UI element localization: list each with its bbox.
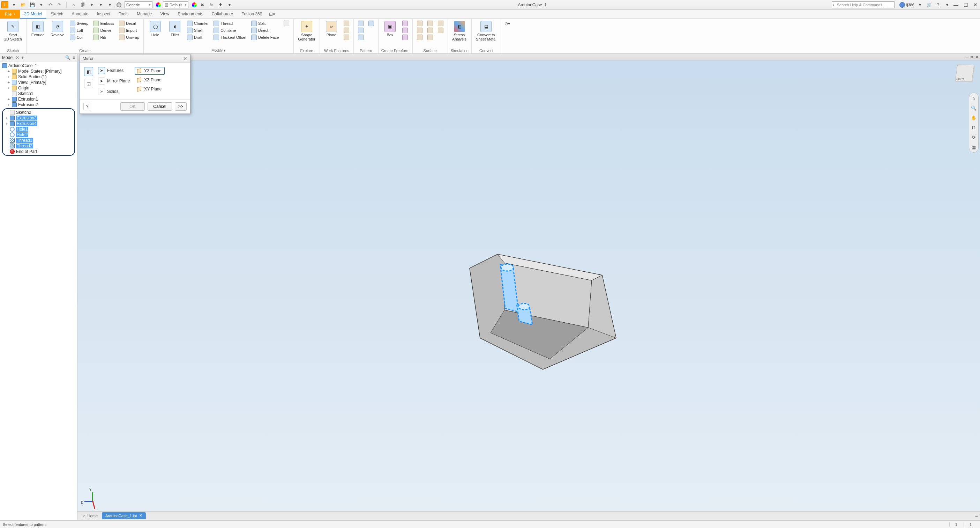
tab-view[interactable]: View xyxy=(156,10,174,19)
user-chip[interactable]: lj386 xyxy=(899,2,915,8)
color-wheel2-icon[interactable] xyxy=(192,2,197,7)
ff1-button[interactable] xyxy=(401,20,409,27)
mirror-pattern-button[interactable] xyxy=(367,20,375,27)
cart-icon[interactable]: 🛒 xyxy=(926,2,932,8)
material-value: Default xyxy=(170,3,182,7)
shell-button[interactable]: Shell xyxy=(186,27,210,33)
tab-annotate[interactable]: Annotate xyxy=(67,10,92,19)
plane-icon: ▱ xyxy=(326,21,337,32)
emboss-button[interactable]: Emboss xyxy=(92,20,116,27)
derive-icon xyxy=(93,27,99,33)
hole-button[interactable]: ◯Hole xyxy=(146,20,164,38)
revolve-button[interactable]: ◔Revolve xyxy=(49,20,66,38)
plane-button[interactable]: ▱Plane xyxy=(323,20,340,38)
tab-environments[interactable]: Environments xyxy=(173,10,207,19)
new-doc-icon[interactable]: ▾ xyxy=(11,2,18,8)
fx-icon[interactable]: fx xyxy=(208,2,215,8)
surf4-button[interactable] xyxy=(426,20,434,27)
surf8-button[interactable] xyxy=(436,27,445,33)
decal-button[interactable]: Decal xyxy=(118,20,141,27)
assembly-icon[interactable]: ▾ xyxy=(88,2,95,8)
surf8-icon xyxy=(438,27,444,33)
extrude-button[interactable]: ◧Extrude xyxy=(29,20,47,38)
save-icon[interactable]: 💾 xyxy=(29,2,36,8)
derive-button[interactable]: Derive xyxy=(92,27,116,33)
fillet-button[interactable]: ◖Fillet xyxy=(166,20,183,38)
coil-button[interactable]: Coil xyxy=(68,34,90,40)
file-tab[interactable]: File xyxy=(0,10,20,19)
ribbon-group-create: ◧Extrude ◔Revolve Sweep Loft Coil Emboss… xyxy=(27,19,144,53)
tab-3d-model[interactable]: 3D Model xyxy=(20,10,46,19)
group-label-modify[interactable]: Modify ▾ xyxy=(146,48,291,53)
stress-analysis-button[interactable]: ◧Stress Analysis xyxy=(451,20,468,42)
surf7-button[interactable] xyxy=(436,20,445,27)
circular-pattern-button[interactable] xyxy=(356,27,365,33)
rib-button[interactable]: Rib xyxy=(92,34,116,40)
redo-icon[interactable]: ↷ xyxy=(56,2,63,8)
draft-button[interactable]: Draft xyxy=(186,34,210,40)
undo-icon[interactable]: ↶ xyxy=(47,2,54,8)
split-button[interactable]: Split xyxy=(250,20,280,27)
help-icon[interactable]: ? xyxy=(935,2,942,8)
tab-fusion360[interactable]: Fusion 360 xyxy=(237,10,266,19)
box-button[interactable]: ▣Box xyxy=(381,20,399,38)
ribbon-appearance-toggle-icon[interactable]: ⊡▾ xyxy=(269,10,275,19)
save-dropdown-icon[interactable]: ▾ xyxy=(38,2,45,8)
delete-face-button[interactable]: Delete Face xyxy=(250,34,280,40)
minimize-button[interactable]: — xyxy=(953,2,959,8)
direct-button[interactable]: Direct xyxy=(250,27,280,33)
sweep-button[interactable]: Sweep xyxy=(68,20,90,27)
surf1-button[interactable] xyxy=(415,20,424,27)
surf5-button[interactable] xyxy=(426,27,434,33)
sketch-driven-button[interactable] xyxy=(356,34,365,40)
ff3-button[interactable] xyxy=(401,34,409,40)
measure-icon-button[interactable] xyxy=(282,20,291,27)
select-icon[interactable]: ▾ xyxy=(107,2,113,8)
tab-manage[interactable]: Manage xyxy=(132,10,156,19)
material-ball-icon[interactable] xyxy=(116,2,123,8)
thicken-button[interactable]: Thicken/ Offset xyxy=(212,34,248,40)
plus-icon[interactable]: ✚ xyxy=(217,2,224,8)
team-icon[interactable]: 🗐 xyxy=(79,2,86,8)
point-button[interactable] xyxy=(342,27,351,33)
help-dropdown-icon[interactable]: ▾ xyxy=(944,2,951,8)
search-input[interactable]: Search Help & Commands... xyxy=(832,2,894,8)
color-wheel-icon[interactable] xyxy=(156,2,161,7)
mirror-icon xyxy=(368,21,374,26)
signin-dropdown-icon[interactable]: ▾ xyxy=(916,2,923,8)
import-button[interactable]: Import xyxy=(118,27,141,33)
tab-collaborate[interactable]: Collaborate xyxy=(208,10,237,19)
update-icon[interactable]: ▾ xyxy=(97,2,104,8)
ribbon-expand-icon[interactable]: ⊙▾ xyxy=(504,20,511,27)
chamfer-button[interactable]: Chamfer xyxy=(186,20,210,27)
app-icon[interactable]: I xyxy=(2,2,8,8)
surf3-button[interactable] xyxy=(415,34,424,40)
unwrap-button[interactable]: Unwrap xyxy=(118,34,141,40)
ff2-button[interactable] xyxy=(401,27,409,33)
ucs-button[interactable] xyxy=(342,34,351,40)
material-combo[interactable]: Default xyxy=(163,2,188,8)
axis-button[interactable] xyxy=(342,20,351,27)
group-label-create: Create xyxy=(29,48,141,53)
start-2d-sketch-button[interactable]: ✎Start 2D Sketch xyxy=(3,20,23,42)
rectangular-pattern-button[interactable] xyxy=(356,20,365,27)
surf2-button[interactable] xyxy=(415,27,424,33)
shape-generator-button[interactable]: ✦Shape Generator xyxy=(296,20,317,42)
qat-dropdown-icon[interactable]: ▾ xyxy=(226,2,233,8)
maximize-button[interactable]: ☐ xyxy=(963,2,969,8)
close-button[interactable]: ✕ xyxy=(972,2,978,8)
combine-button[interactable]: Combine xyxy=(212,27,248,33)
clear-override-icon[interactable]: ✖ xyxy=(199,2,206,8)
surf6-button[interactable] xyxy=(426,34,434,40)
ribbon-group-simulation: ◧Stress Analysis Simulation xyxy=(448,19,472,53)
thread-button[interactable]: Thread xyxy=(212,20,248,27)
home-icon[interactable]: ⌂ xyxy=(70,2,77,8)
loft-button[interactable]: Loft xyxy=(68,27,90,33)
surf6-icon xyxy=(427,35,433,40)
open-icon[interactable]: 📂 xyxy=(19,2,27,8)
appearance-combo[interactable]: Generic xyxy=(124,2,153,8)
tab-tools[interactable]: Tools xyxy=(115,10,132,19)
tab-sketch[interactable]: Sketch xyxy=(46,10,68,19)
tab-inspect[interactable]: Inspect xyxy=(92,10,115,19)
convert-sheetmetal-button[interactable]: ⬓Convert to Sheet Metal xyxy=(474,20,498,42)
